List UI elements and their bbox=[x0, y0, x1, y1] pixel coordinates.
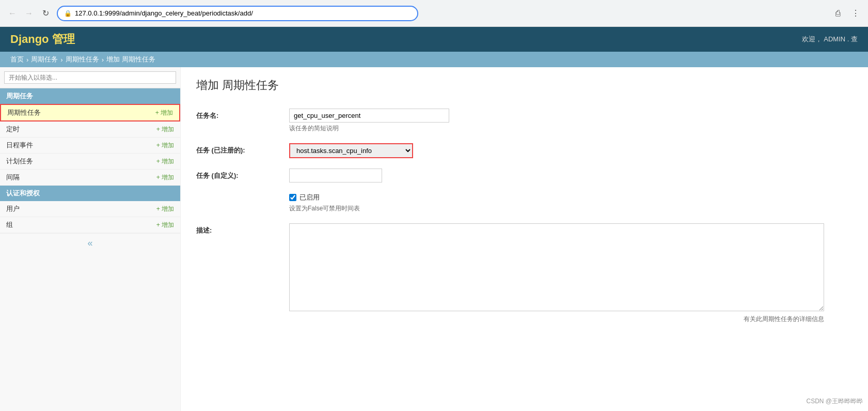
nav-buttons: ← → ↻ bbox=[5, 6, 53, 21]
description-textarea[interactable] bbox=[289, 223, 824, 311]
sidebar-item-crontab[interactable]: 计划任务 + 增加 bbox=[0, 154, 180, 170]
back-button[interactable]: ← bbox=[5, 6, 20, 21]
sidebar-add-clocked[interactable]: + 增加 bbox=[156, 125, 174, 134]
main-content: 增加 周期性任务 任务名: 该任务的简短说明 任务 (已注册的): host.t… bbox=[181, 67, 868, 411]
sidebar-item-interval[interactable]: 间隔 + 增加 bbox=[0, 170, 180, 186]
custom-task-label: 任务 (自定义): bbox=[196, 169, 289, 180]
sidebar: 周期任务 周期性任务 + 增加 定时 + 增加 日程事件 + 增加 计划任务 +… bbox=[0, 67, 181, 411]
address-bar[interactable]: 🔒 bbox=[57, 6, 418, 21]
sidebar-add-interval[interactable]: + 增加 bbox=[156, 173, 174, 182]
admin-user-link[interactable]: ADMIN bbox=[824, 35, 845, 43]
enabled-help: 设置为False可禁用时间表 bbox=[289, 204, 853, 213]
page-title: 增加 周期性任务 bbox=[196, 78, 853, 93]
sidebar-section-title-1: 认证和授权 bbox=[0, 186, 180, 201]
breadcrumb-section[interactable]: 周期任务 bbox=[31, 55, 58, 64]
registered-task-select[interactable]: host.tasks.scan_cpu_info celery.backend_… bbox=[289, 143, 413, 158]
task-name-label: 任务名: bbox=[196, 109, 289, 120]
admin-user-info: 欢迎， ADMIN . 查 bbox=[802, 35, 858, 44]
enabled-checkbox[interactable] bbox=[289, 194, 296, 201]
sidebar-collapse-button[interactable]: « bbox=[0, 233, 180, 253]
sidebar-item-group[interactable]: 组 + 增加 bbox=[0, 217, 180, 233]
share-button[interactable]: ⎙ bbox=[831, 6, 845, 21]
sidebar-section-1: 认证和授权 用户 + 增加 组 + 增加 bbox=[0, 186, 180, 233]
django-admin: Django 管理 欢迎， ADMIN . 查 首页 › 周期任务 › 周期性任… bbox=[0, 27, 868, 411]
task-name-input[interactable] bbox=[289, 109, 449, 123]
breadcrumb-home[interactable]: 首页 bbox=[10, 55, 24, 64]
description-field: 有关此周期性任务的详细信息 bbox=[289, 223, 853, 324]
sidebar-add-periodictask[interactable]: + 增加 bbox=[155, 109, 173, 117]
forward-button[interactable]: → bbox=[22, 6, 36, 21]
sidebar-add-group[interactable]: + 增加 bbox=[156, 221, 174, 230]
sidebar-add-solar[interactable]: + 增加 bbox=[156, 141, 174, 150]
description-row: 描述: 有关此周期性任务的详细信息 bbox=[196, 218, 853, 329]
sidebar-add-user[interactable]: + 增加 bbox=[156, 205, 174, 214]
csdn-watermark: CSDN @王晔晔晔晔 bbox=[806, 397, 863, 406]
task-name-help: 该任务的简短说明 bbox=[289, 124, 853, 133]
sidebar-item-periodictask[interactable]: 周期性任务 + 增加 bbox=[0, 104, 180, 121]
sidebar-section-0: 周期任务 周期性任务 + 增加 定时 + 增加 日程事件 + 增加 计划任务 +… bbox=[0, 88, 180, 186]
sidebar-filter-input[interactable] bbox=[4, 71, 176, 84]
registered-task-row: 任务 (已注册的): host.tasks.scan_cpu_info cele… bbox=[196, 138, 853, 163]
description-help: 有关此周期性任务的详细信息 bbox=[289, 315, 824, 324]
more-button[interactable]: ⋮ bbox=[848, 6, 863, 21]
lock-icon: 🔒 bbox=[64, 10, 72, 17]
registered-task-field: host.tasks.scan_cpu_info celery.backend_… bbox=[289, 143, 853, 158]
view-site-link[interactable]: 查 bbox=[851, 35, 858, 43]
url-input[interactable] bbox=[75, 9, 411, 17]
registered-task-label: 任务 (已注册的): bbox=[196, 143, 289, 155]
sidebar-section-title-0: 周期任务 bbox=[0, 88, 180, 104]
admin-header: Django 管理 欢迎， ADMIN . 查 bbox=[0, 27, 868, 52]
admin-title[interactable]: Django 管理 bbox=[10, 32, 75, 47]
content-area: 周期任务 周期性任务 + 增加 定时 + 增加 日程事件 + 增加 计划任务 +… bbox=[0, 67, 868, 411]
custom-task-field bbox=[289, 169, 853, 182]
enabled-label[interactable]: 已启用 bbox=[289, 193, 853, 202]
sidebar-filter[interactable] bbox=[0, 67, 180, 88]
custom-task-input[interactable] bbox=[289, 169, 382, 182]
sidebar-item-clocked[interactable]: 定时 + 增加 bbox=[0, 121, 180, 138]
refresh-button[interactable]: ↻ bbox=[38, 6, 53, 21]
description-label: 描述: bbox=[196, 223, 289, 235]
sidebar-item-solar[interactable]: 日程事件 + 增加 bbox=[0, 138, 180, 154]
task-name-row: 任务名: 该任务的简短说明 bbox=[196, 103, 853, 138]
sidebar-item-user[interactable]: 用户 + 增加 bbox=[0, 201, 180, 217]
sidebar-add-crontab[interactable]: + 增加 bbox=[156, 157, 174, 166]
browser-actions: ⎙ ⋮ bbox=[831, 6, 863, 21]
breadcrumb-bar: 首页 › 周期任务 › 周期性任务 › 增加 周期性任务 bbox=[0, 52, 868, 67]
breadcrumb-current: 增加 周期性任务 bbox=[106, 55, 155, 64]
browser-chrome: ← → ↻ 🔒 ⎙ ⋮ bbox=[0, 0, 868, 27]
task-name-field: 该任务的简短说明 bbox=[289, 109, 853, 133]
breadcrumb-parent[interactable]: 周期性任务 bbox=[66, 55, 99, 64]
enabled-row: 已启用 设置为False可禁用时间表 bbox=[289, 188, 853, 218]
custom-task-row: 任务 (自定义): bbox=[196, 163, 853, 188]
